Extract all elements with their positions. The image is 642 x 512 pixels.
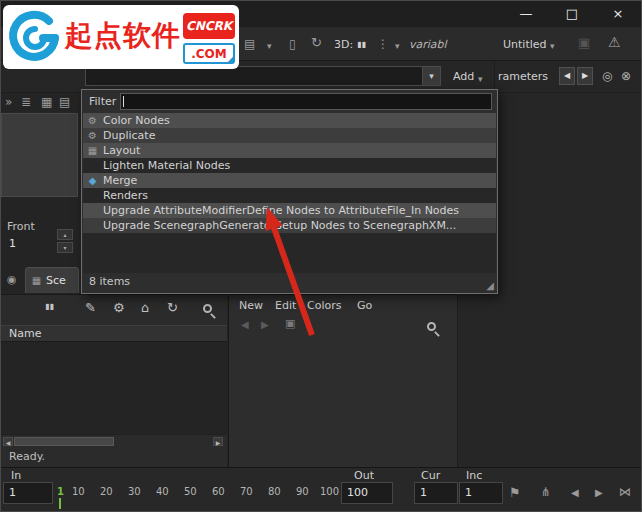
close-panel-button[interactable]: ⊗ xyxy=(621,69,631,83)
menu-new[interactable]: New xyxy=(239,299,263,312)
minimize-button[interactable]: — xyxy=(503,1,549,27)
timeline-bar: In 1 1 10 20 30 40 50 60 70 80 90 100 Ou… xyxy=(1,467,641,512)
grid-icon[interactable]: ▦ xyxy=(41,95,52,109)
file-menu-dropdown-icon[interactable]: ▾ xyxy=(550,39,555,53)
list-icon[interactable]: ≣ xyxy=(21,95,31,109)
in-label: In xyxy=(11,469,21,482)
add-dropdown[interactable]: Add xyxy=(453,70,474,83)
outliner-list[interactable] xyxy=(1,342,227,434)
timeline-tick: 90 xyxy=(296,486,309,497)
resize-grip[interactable]: ◢ xyxy=(486,280,494,291)
forward-button[interactable]: ▶ xyxy=(577,67,593,85)
list-item[interactable]: Lighten Material Nodes xyxy=(83,158,496,173)
list-item[interactable]: ⚙ Duplicate xyxy=(83,128,496,143)
pin-button[interactable]: ◎ xyxy=(602,69,612,83)
pencil-icon[interactable]: ✎ xyxy=(85,300,96,315)
menu-go[interactable]: Go xyxy=(357,299,372,312)
gear-icon[interactable]: ⚙ xyxy=(113,300,125,315)
text-cursor xyxy=(123,96,124,107)
list-item[interactable]: Upgrade AttributeModifierDefine Nodes to… xyxy=(83,203,496,218)
spinner-down[interactable]: ▾ xyxy=(57,242,73,253)
horizontal-scrollbar[interactable]: ◀ ▶ xyxy=(1,434,227,447)
expand-icon[interactable]: » xyxy=(5,95,12,109)
panel-layout-icon[interactable]: ▤ xyxy=(59,95,70,109)
tab-circle-icon[interactable]: ◉ xyxy=(7,273,17,287)
panel-icon[interactable]: ▤ xyxy=(244,37,255,51)
viewport-label: Front xyxy=(7,220,35,233)
list-item[interactable]: Renders xyxy=(83,188,496,203)
frame-ruler[interactable]: 1 10 20 30 40 50 60 70 80 90 100 xyxy=(56,482,340,508)
refresh-icon[interactable]: ↻ xyxy=(167,300,178,315)
node-combobox[interactable]: ▾ xyxy=(85,66,441,86)
list-item[interactable]: ◆ Merge xyxy=(83,173,496,188)
add-dropdown-icon[interactable]: ▾ xyxy=(478,72,483,86)
pause-icon[interactable]: ▮▮ xyxy=(45,302,54,311)
search-icon[interactable] xyxy=(427,322,436,331)
brand-name-cn: 起点软件 xyxy=(65,17,181,55)
warning-icon[interactable]: ⚠ xyxy=(608,35,621,49)
filter-input[interactable] xyxy=(120,93,492,110)
list-item-label: Renders xyxy=(103,189,148,202)
next-frame-button[interactable]: ▶ xyxy=(595,487,603,498)
menu-edit[interactable]: Edit xyxy=(275,299,296,312)
copy-icon[interactable]: ▣ xyxy=(285,317,295,330)
back-icon[interactable]: ◀ xyxy=(241,319,249,330)
status-text: Ready. xyxy=(9,450,45,463)
in-field[interactable]: 1 xyxy=(3,482,53,504)
menu-colors[interactable]: Colors xyxy=(307,299,341,312)
search-icon[interactable] xyxy=(203,304,212,313)
inc-label: Inc xyxy=(466,469,482,482)
flag-icon[interactable]: ⚑ xyxy=(509,485,521,500)
brand-domain: .COM ◢ xyxy=(183,43,235,64)
parameters-panel-title: rameters xyxy=(498,70,548,83)
maximize-button[interactable]: □ xyxy=(549,1,595,27)
home-icon[interactable]: ⌂ xyxy=(141,300,149,315)
scrollbar-thumb[interactable] xyxy=(14,437,114,446)
inc-field[interactable]: 1 xyxy=(459,482,503,504)
timeline-tick: 20 xyxy=(100,486,113,497)
scroll-left-button[interactable]: ◀ xyxy=(3,437,13,446)
list-item-label: Lighten Material Nodes xyxy=(103,159,230,172)
sync-icon[interactable]: ↻ xyxy=(311,36,322,50)
playhead-marker[interactable] xyxy=(59,498,61,509)
chevron-down-icon[interactable]: ▾ xyxy=(267,39,272,53)
forward-icon[interactable]: ▶ xyxy=(261,319,269,330)
browser-panel: New Edit Colors Go ◀ ▶ ▣ xyxy=(228,294,457,467)
node-tree-icon[interactable]: ⋔ xyxy=(541,485,551,499)
scroll-right-button[interactable]: ▶ xyxy=(213,437,223,446)
close-button[interactable]: × xyxy=(595,1,641,27)
name-column-header[interactable]: Name xyxy=(1,325,227,342)
out-field[interactable]: 100 xyxy=(341,482,393,504)
timeline-tick: 80 xyxy=(268,486,281,497)
cur-label: Cur xyxy=(421,469,440,482)
more-icon[interactable]: ⋮ xyxy=(377,37,389,51)
prev-frame-button[interactable]: ◀ xyxy=(571,487,579,498)
gear-icon: ⚙ xyxy=(87,130,98,141)
back-button[interactable]: ◀ xyxy=(559,67,575,85)
list-item-label: Upgrade AttributeModifierDefine Nodes to… xyxy=(103,204,459,217)
node-link-icon[interactable]: ⋈ xyxy=(619,485,631,499)
variable-dropdown[interactable]: variabl xyxy=(409,38,447,51)
spinner-up[interactable]: ▴ xyxy=(57,229,73,240)
list-item[interactable]: ▦ Layout xyxy=(83,143,496,158)
cur-field[interactable]: 1 xyxy=(414,482,458,504)
timeline-tick: 40 xyxy=(156,486,169,497)
tab-scenegraph[interactable]: ▦ Sce xyxy=(25,267,79,293)
list-item[interactable]: Upgrade ScenegraphGeneratorSetup Nodes t… xyxy=(83,218,496,233)
node-list: ⚙ Color Nodes ⚙ Duplicate ▦ Layout Light… xyxy=(83,113,496,273)
viewport-preview[interactable] xyxy=(1,113,78,197)
brand-domain-text: .COM xyxy=(191,47,227,61)
frame-icon[interactable]: ▯ xyxy=(289,37,296,51)
list-item-label: Duplicate xyxy=(103,129,155,142)
grid-icon: ▦ xyxy=(31,275,42,286)
outliner-panel: ▮▮ ✎ ⚙ ⌂ ↻ Name ◀ ▶ Ready. xyxy=(1,294,227,467)
pause-icon[interactable]: ▮▮ xyxy=(357,38,366,52)
file-menu-dropdown[interactable]: Untitled xyxy=(503,38,547,51)
watermark-logo: 起点软件 CNCRK .COM ◢ xyxy=(3,5,239,69)
combobox-dropdown-icon[interactable]: ▾ xyxy=(422,67,440,85)
timeline-tick: 70 xyxy=(240,486,253,497)
list-item[interactable]: ⚙ Color Nodes xyxy=(83,113,496,128)
gear-icon: ⚙ xyxy=(87,115,98,126)
layout-icon: ▦ xyxy=(87,145,98,156)
variable-dropdown-icon[interactable]: ▾ xyxy=(395,39,400,53)
